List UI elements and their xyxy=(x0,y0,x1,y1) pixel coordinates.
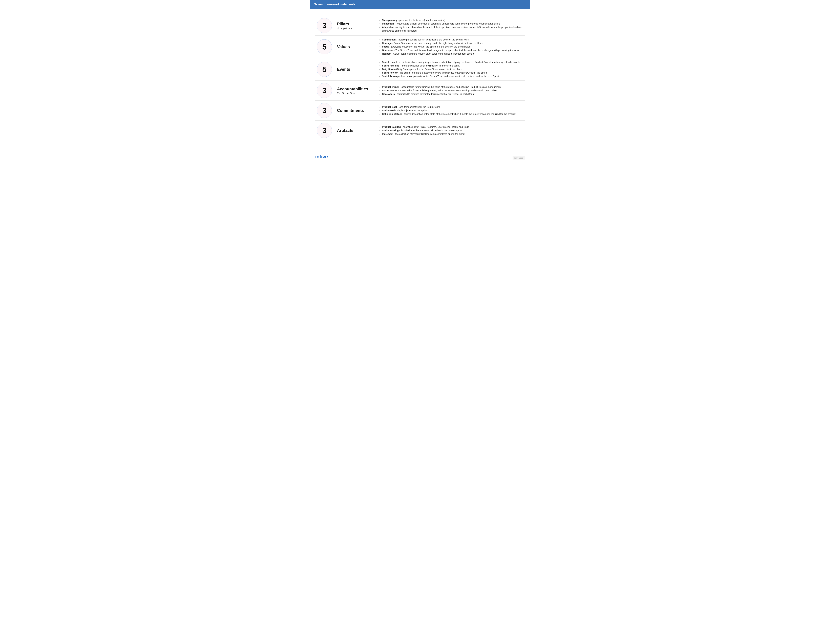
bullet-item: Sprint Review - the Scrum Team and Stake… xyxy=(382,71,525,74)
count-badge: 5 xyxy=(317,62,332,77)
bullet-desc: - an opportunity for the Scrum Team to d… xyxy=(405,75,499,77)
bullet-term: Product Backlog xyxy=(382,126,401,128)
bullet-term: Courage xyxy=(382,42,391,45)
section-bullets: Transparency - presents the facts as is … xyxy=(376,19,525,32)
bullet-desc: - ability to adapt based on the result o… xyxy=(382,26,522,32)
bullet-desc: - people personally commit to achieving … xyxy=(396,38,469,41)
bullet-item: Adaptation - ability to adapt based on t… xyxy=(382,26,525,32)
bullet-desc: helps the Scrum Team to coordinate its e… xyxy=(415,68,463,71)
bullet-note: (Daily Standup) - xyxy=(396,68,415,71)
section-title-block: Commitments xyxy=(337,108,371,113)
bullet-desc: - the collection of Product Backlog item… xyxy=(393,133,465,135)
bullet-item: Increment - the collection of Product Ba… xyxy=(382,132,525,136)
section-title: Events xyxy=(337,67,371,72)
bullet-item: Developers - committed to creating Integ… xyxy=(382,93,525,96)
bullet-desc: - prioritized list of Epics, Features, U… xyxy=(401,126,469,128)
brand-logo: intive xyxy=(315,154,328,159)
count-badge: 3 xyxy=(317,83,332,98)
section-title: Accountabilities xyxy=(337,86,371,91)
bullet-term: Adaptation xyxy=(382,26,394,29)
section-title: Artifacts xyxy=(337,128,371,133)
section-title: Commitments xyxy=(337,108,371,113)
bullet-desc: - lists the items that the team will del… xyxy=(399,129,462,132)
section-row: 5EventsSprint - enable predictability by… xyxy=(315,58,525,80)
section-row: 3Pillarsof empiricismTransparency - pres… xyxy=(315,15,525,36)
bullet-desc: - Everyone focuses on the work of the Sp… xyxy=(389,45,470,48)
section-title-block: Pillarsof empiricism xyxy=(337,22,371,29)
bullet-item: Sprint Planning - the team decides what … xyxy=(382,64,525,68)
bullet-term: Sprint xyxy=(382,61,389,63)
section-row: 3CommitmentsProduct Goal - long-term obj… xyxy=(315,100,525,120)
bullet-term: Increment xyxy=(382,133,393,135)
bullet-item: Definition of Done - formal description … xyxy=(382,112,525,116)
bullet-desc: - committed to creating Integrated Incre… xyxy=(394,93,475,96)
section-bullets: Product Goal - long-term objective for t… xyxy=(376,105,525,116)
section-row: 5ValuesCommitment - people personally co… xyxy=(315,36,525,58)
bullet-term: Transparency xyxy=(382,19,397,22)
section-bullets: Sprint - enable predictability by ensuri… xyxy=(376,60,525,78)
bullet-term: Sprint Review xyxy=(382,71,398,74)
page-title: Scrum framework - elements xyxy=(314,3,356,6)
bullet-desc: - single objective for the Sprint xyxy=(394,109,427,112)
bullet-item: Commitment - people personally commit to… xyxy=(382,38,525,42)
bullet-item: Product Goal - long-term objective for t… xyxy=(382,105,525,109)
bullet-term: Sprint Goal xyxy=(382,109,394,112)
bullet-item: Sprint Goal - single objective for the S… xyxy=(382,109,525,112)
bullet-desc: - the team decides what it will deliver … xyxy=(399,64,459,67)
bullet-desc: - The Scrum Team and its stakeholders ag… xyxy=(393,49,519,51)
section-title: Values xyxy=(337,45,371,49)
content-area: 3Pillarsof empiricismTransparency - pres… xyxy=(310,9,530,144)
bullet-item: Transparency - presents the facts as is … xyxy=(382,19,525,22)
section-row: 3AccountabilitiesThe Scrum TeamProduct O… xyxy=(315,80,525,100)
bullet-item: Respect - Scrum Team members respect eac… xyxy=(382,52,525,56)
bullet-term: Sprint Planning xyxy=(382,64,399,67)
section-bullets: Commitment - people personally commit to… xyxy=(376,38,525,56)
section-title-block: AccountabilitiesThe Scrum Team xyxy=(337,86,371,94)
section-title-block: Artifacts xyxy=(337,128,371,133)
count-badge: 3 xyxy=(317,103,332,118)
count-badge: 5 xyxy=(317,39,332,54)
bullet-desc: - enable predictability by ensuring insp… xyxy=(389,61,520,63)
section-title-block: Values xyxy=(337,45,371,49)
bullet-item: Daily Scrum (Daily Standup) - helps the … xyxy=(382,68,525,71)
bullet-term: Sprint Backlog xyxy=(382,129,399,132)
bullet-term: Respect xyxy=(382,53,391,55)
section-title: Pillars xyxy=(337,22,371,26)
bullet-term: Commitment xyxy=(382,38,396,41)
bullet-term: Product Goal xyxy=(382,106,397,108)
section-row: 3ArtifactsProduct Backlog - prioritized … xyxy=(315,120,525,141)
bullet-desc: - the Scrum Team and Stakeholders view a… xyxy=(398,71,487,74)
section-subtitle: of empiricism xyxy=(337,27,371,29)
bullet-term: Scrum Master xyxy=(382,89,398,92)
copyright-text: intive 2022 xyxy=(512,156,525,159)
bullet-desc: - accountable for establishing Scrum, he… xyxy=(398,89,497,92)
bullet-item: Inspection - frequent and diligent detec… xyxy=(382,22,525,26)
bullet-term: Daily Scrum xyxy=(382,68,396,71)
bullet-desc: - formal description of the state of the… xyxy=(402,113,515,115)
section-subtitle: The Scrum Team xyxy=(337,92,371,94)
count-badge: 3 xyxy=(317,123,332,138)
bullet-item: Sprint - enable predictability by ensuri… xyxy=(382,60,525,64)
bullet-term: Product Owner xyxy=(382,86,399,88)
bullet-term: Focus xyxy=(382,45,389,48)
section-title-block: Events xyxy=(337,67,371,72)
bullet-desc: – accountable for maximizing the value o… xyxy=(399,86,501,88)
bullet-term: Developers xyxy=(382,93,394,96)
bullet-desc: - long-term objective for the Scrum Team xyxy=(397,106,440,108)
bullet-desc: - frequent and diligent detection of pot… xyxy=(394,22,500,25)
section-bullets: Product Owner – accountable for maximizi… xyxy=(376,85,525,96)
bullet-item: Openness - The Scrum Team and its stakeh… xyxy=(382,48,525,52)
bullet-item: Sprint Backlog - lists the items that th… xyxy=(382,129,525,132)
bullet-desc: - Scrum Team members have courage to do … xyxy=(391,42,483,45)
bullet-desc: - presents the facts as is (enables insp… xyxy=(397,19,445,22)
bullet-term: Inspection xyxy=(382,22,394,25)
bullet-item: Product Owner – accountable for maximizi… xyxy=(382,85,525,89)
bullet-item: Scrum Master - accountable for establish… xyxy=(382,89,525,93)
count-badge: 3 xyxy=(317,18,332,33)
section-bullets: Product Backlog - prioritized list of Ep… xyxy=(376,125,525,136)
bullet-item: Focus - Everyone focuses on the work of … xyxy=(382,45,525,48)
bullet-item: Sprint Retrospective - an opportunity fo… xyxy=(382,74,525,78)
page-footer: intive intive 2022 xyxy=(310,144,530,163)
bullet-term: Sprint Retrospective xyxy=(382,75,405,77)
bullet-desc: - Scrum Team members respect each other … xyxy=(391,53,474,55)
